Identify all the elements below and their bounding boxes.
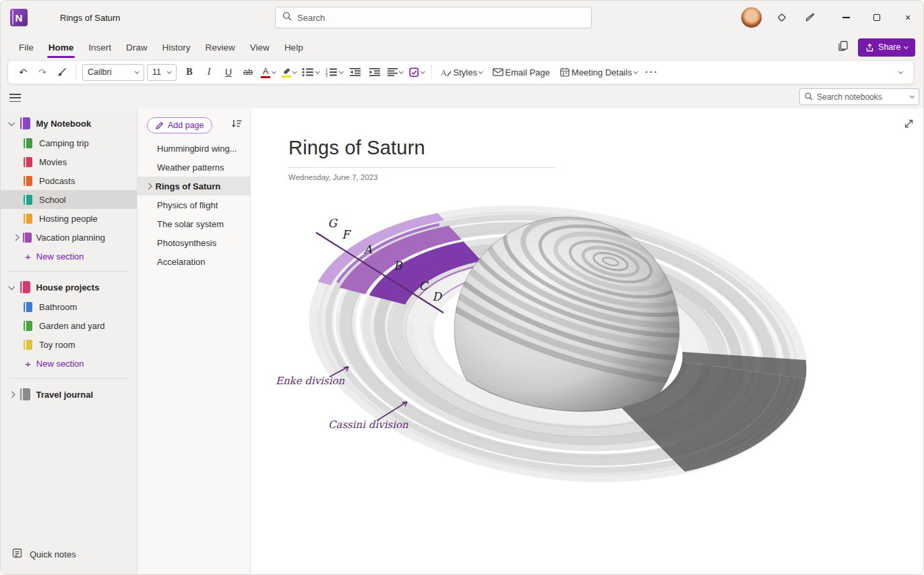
font-color-letter: A: [263, 67, 269, 75]
decrease-indent-button[interactable]: [346, 63, 365, 82]
titlebar: N Rings of Saturn Search ×: [1, 1, 923, 34]
page-list-panel: Add page Hummingbird wing... Weather pat…: [137, 109, 251, 574]
format-painter-button[interactable]: [53, 63, 71, 82]
share-label: Share: [878, 42, 900, 52]
account-avatar[interactable]: [741, 7, 762, 28]
highlighter-button[interactable]: [279, 63, 299, 82]
section-bathroom[interactable]: Bathroom: [1, 297, 137, 316]
page-item-selected[interactable]: Rings of Saturn: [137, 177, 250, 195]
saturn-illustration[interactable]: G F A B C D Enke division Cassini divisi…: [270, 198, 809, 487]
section-toy-room[interactable]: Toy room: [1, 335, 137, 354]
page-item[interactable]: The solar system: [137, 214, 250, 233]
strikethrough-button[interactable]: ab: [239, 63, 257, 82]
styles-button[interactable]: A Styles: [436, 63, 487, 82]
font-name-select[interactable]: Cailbri: [82, 64, 144, 81]
plus-icon: +: [25, 359, 31, 369]
menu-help[interactable]: Help: [277, 34, 311, 60]
undo-button[interactable]: ↶: [13, 63, 32, 82]
section-hosting-people[interactable]: Hosting people: [1, 209, 137, 228]
notebooks-search-placeholder: Search notebooks: [817, 92, 906, 102]
chevron-down-icon[interactable]: [9, 283, 15, 289]
chevron-down-icon: [135, 69, 139, 73]
font-size-select[interactable]: 11: [147, 64, 177, 81]
styles-label: Styles: [454, 67, 477, 78]
section-school[interactable]: School: [1, 190, 137, 209]
page-item[interactable]: Photosynthesis: [137, 233, 250, 252]
menu-home[interactable]: Home: [41, 34, 82, 60]
underline-button[interactable]: U: [219, 63, 238, 82]
quick-notes-button[interactable]: Quick notes: [1, 543, 137, 565]
numbered-list-button[interactable]: 123: [323, 63, 346, 82]
font-color-button[interactable]: A: [258, 63, 278, 82]
sort-pages-icon[interactable]: [230, 119, 242, 131]
divider: [9, 271, 129, 272]
section-movies[interactable]: Movies: [1, 152, 137, 171]
notebooks-search-input[interactable]: Search notebooks: [799, 88, 919, 105]
window-title: Rings of Saturn: [60, 13, 121, 23]
ring-label-f: F: [342, 228, 352, 241]
section-garden-and-yard[interactable]: Garden and yard: [1, 316, 137, 335]
hamburger-menu-icon[interactable]: [9, 90, 26, 104]
page-item[interactable]: Weather patterns: [137, 158, 250, 177]
more-commands-button[interactable]: ···: [642, 63, 661, 82]
chevron-down-icon: [421, 69, 425, 73]
collapse-ribbon-chevron[interactable]: [898, 69, 902, 73]
section-icon: [24, 157, 32, 167]
notebook-travel-journal[interactable]: Travel journal: [1, 384, 137, 404]
maximize-button[interactable]: [861, 1, 892, 34]
todo-tag-button[interactable]: [406, 63, 427, 82]
menu-file[interactable]: File: [11, 34, 41, 60]
section-camping-trip[interactable]: Camping trip: [1, 133, 137, 152]
plus-icon: +: [25, 251, 31, 262]
chevron-right-icon[interactable]: [9, 391, 15, 397]
section-vacation-planning[interactable]: Vacation planning: [1, 228, 137, 247]
section-icon: [24, 176, 32, 186]
notebook-house-projects[interactable]: House projects: [1, 277, 137, 297]
close-button[interactable]: ×: [892, 1, 923, 34]
page-item[interactable]: Hummingbird wing...: [137, 139, 250, 158]
menu-history[interactable]: History: [155, 34, 198, 60]
expand-page-icon[interactable]: [903, 118, 915, 132]
bullet-list-button[interactable]: [299, 63, 322, 82]
align-button[interactable]: [385, 63, 406, 82]
chevron-right-icon: [146, 183, 152, 189]
add-page-button[interactable]: Add page: [147, 117, 212, 133]
notebook-my-notebook[interactable]: My Notebook: [1, 113, 137, 133]
email-page-button[interactable]: Email Page: [488, 63, 555, 82]
ink-pen-icon[interactable]: [802, 9, 818, 26]
page-item[interactable]: Physics of flight: [137, 195, 250, 214]
menu-view[interactable]: View: [243, 34, 277, 60]
page-title[interactable]: Rings of Saturn: [288, 137, 425, 159]
rewards-diamond-icon[interactable]: [774, 9, 790, 26]
copy-page-icon[interactable]: [837, 40, 849, 55]
section-icon: [24, 195, 32, 205]
font-name-value: Cailbri: [88, 67, 111, 77]
new-section-button[interactable]: + New section: [1, 247, 137, 266]
italic-button[interactable]: I: [199, 63, 218, 82]
new-section-button[interactable]: + New section: [1, 354, 137, 373]
menu-insert[interactable]: Insert: [81, 34, 119, 60]
onenote-window: N Rings of Saturn Search × File Home Ins…: [0, 0, 924, 575]
menu-review[interactable]: Review: [198, 34, 243, 60]
page-date: Wednesday, June 7, 2023: [288, 173, 378, 181]
chevron-down-icon[interactable]: [910, 94, 914, 98]
ring-label-b: B: [394, 259, 403, 272]
menu-draw[interactable]: Draw: [119, 34, 155, 60]
font-size-value: 11: [152, 67, 161, 77]
navigation-row: Search notebooks: [1, 86, 923, 109]
share-button[interactable]: Share: [858, 38, 915, 57]
global-search-input[interactable]: Search: [275, 7, 592, 28]
notebook-icon: [20, 281, 30, 293]
bold-button[interactable]: B: [180, 63, 199, 82]
page-canvas[interactable]: Rings of Saturn Wednesday, June 7, 2023: [251, 109, 923, 574]
chevron-right-icon[interactable]: [13, 234, 19, 240]
pencil-icon: [155, 121, 164, 130]
minimize-button[interactable]: [830, 1, 861, 34]
increase-indent-button[interactable]: [365, 63, 384, 82]
page-item[interactable]: Accelaration: [137, 252, 250, 271]
meeting-details-button[interactable]: Meeting Details: [555, 63, 642, 82]
chevron-down-icon[interactable]: [9, 119, 15, 125]
section-podcasts[interactable]: Podcasts: [1, 171, 137, 190]
onenote-app-icon: N: [10, 9, 28, 26]
redo-button[interactable]: ↷: [33, 63, 52, 82]
